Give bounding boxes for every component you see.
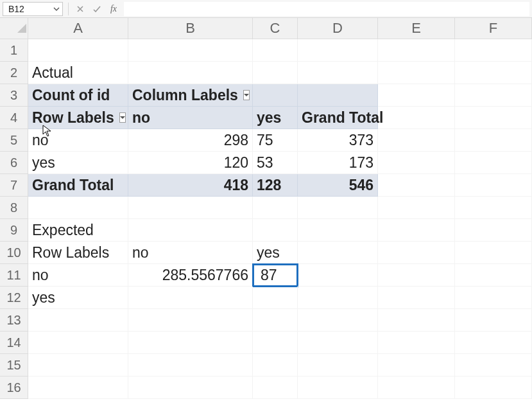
cell-F3[interactable] bbox=[455, 84, 532, 107]
row-header-16[interactable]: 16 bbox=[0, 377, 28, 399]
cell-E14[interactable] bbox=[378, 332, 455, 354]
cell-D10[interactable] bbox=[298, 242, 378, 264]
cell-C7[interactable]: 128 bbox=[253, 174, 298, 197]
cell-B11[interactable]: 285.5567766 bbox=[128, 264, 253, 287]
cell-F1[interactable] bbox=[455, 39, 532, 62]
cell-C15[interactable] bbox=[253, 354, 298, 377]
cell-A2[interactable]: Actual bbox=[28, 62, 128, 84]
cell-F10[interactable] bbox=[455, 242, 532, 264]
cell-D5[interactable]: 373 bbox=[298, 129, 378, 152]
fx-icon[interactable]: fx bbox=[107, 4, 120, 14]
cell-A1[interactable] bbox=[28, 39, 128, 62]
row-header-6[interactable]: 6 bbox=[0, 152, 28, 174]
cell-D2[interactable] bbox=[298, 62, 378, 84]
cell-E4[interactable] bbox=[378, 107, 455, 129]
row-header-12[interactable]: 12 bbox=[0, 287, 28, 309]
cell-B15[interactable] bbox=[128, 354, 253, 377]
cell-F6[interactable] bbox=[455, 152, 532, 174]
cell-A3[interactable]: Count of id bbox=[28, 84, 128, 107]
cell-A9[interactable]: Expected bbox=[28, 219, 128, 242]
cell-D11[interactable] bbox=[298, 264, 378, 287]
cell-C10[interactable]: yes bbox=[253, 242, 298, 264]
cell-A16[interactable] bbox=[28, 377, 128, 399]
cell-A6[interactable]: yes bbox=[28, 152, 128, 174]
cell-B10[interactable]: no bbox=[128, 242, 253, 264]
cell-D16[interactable] bbox=[298, 377, 378, 399]
cell-E9[interactable] bbox=[378, 219, 455, 242]
cell-C6[interactable]: 53 bbox=[253, 152, 298, 174]
cell-C9[interactable] bbox=[253, 219, 298, 242]
cell-C4[interactable]: yes bbox=[253, 107, 298, 129]
row-header-4[interactable]: 4 bbox=[0, 107, 28, 129]
cell-F9[interactable] bbox=[455, 219, 532, 242]
cell-F12[interactable] bbox=[455, 287, 532, 309]
cell-B3[interactable]: Column Labels bbox=[128, 84, 253, 107]
cell-E12[interactable] bbox=[378, 287, 455, 309]
cancel-icon[interactable] bbox=[74, 5, 87, 13]
cell-A4[interactable]: Row Labels bbox=[28, 107, 128, 129]
cell-C13[interactable] bbox=[253, 309, 298, 332]
cell-C11[interactable]: 87 bbox=[253, 264, 298, 287]
row-header-8[interactable]: 8 bbox=[0, 197, 28, 219]
cell-D1[interactable] bbox=[298, 39, 378, 62]
cell-B2[interactable] bbox=[128, 62, 253, 84]
row-header-9[interactable]: 9 bbox=[0, 219, 28, 242]
cell-A15[interactable] bbox=[28, 354, 128, 377]
row-header-13[interactable]: 13 bbox=[0, 309, 28, 332]
col-header-D[interactable]: D bbox=[298, 18, 378, 39]
cell-B7[interactable]: 418 bbox=[128, 174, 253, 197]
cell-B1[interactable] bbox=[128, 39, 253, 62]
row-header-11[interactable]: 11 bbox=[0, 264, 28, 287]
cell-A11[interactable]: no bbox=[28, 264, 128, 287]
cell-E15[interactable] bbox=[378, 354, 455, 377]
cell-D3[interactable] bbox=[298, 84, 378, 107]
cell-D9[interactable] bbox=[298, 219, 378, 242]
cell-C14[interactable] bbox=[253, 332, 298, 354]
row-header-10[interactable]: 10 bbox=[0, 242, 28, 264]
cell-A12[interactable]: yes bbox=[28, 287, 128, 309]
col-header-C[interactable]: C bbox=[253, 18, 298, 39]
col-header-B[interactable]: B bbox=[128, 18, 253, 39]
row-header-1[interactable]: 1 bbox=[0, 39, 28, 62]
row-header-15[interactable]: 15 bbox=[0, 354, 28, 377]
cell-B4[interactable]: no bbox=[128, 107, 253, 129]
cell-B8[interactable] bbox=[128, 197, 253, 219]
cell-D8[interactable] bbox=[298, 197, 378, 219]
cell-B14[interactable] bbox=[128, 332, 253, 354]
cell-C8[interactable] bbox=[253, 197, 298, 219]
cell-B6[interactable]: 120 bbox=[128, 152, 253, 174]
cell-E7[interactable] bbox=[378, 174, 455, 197]
cell-C5[interactable]: 75 bbox=[253, 129, 298, 152]
cell-E8[interactable] bbox=[378, 197, 455, 219]
cell-C2[interactable] bbox=[253, 62, 298, 84]
row-labels-filter-button[interactable] bbox=[119, 112, 126, 123]
cell-E10[interactable] bbox=[378, 242, 455, 264]
cell-C3[interactable] bbox=[253, 84, 298, 107]
chevron-down-icon[interactable] bbox=[53, 6, 60, 12]
cell-C12[interactable] bbox=[253, 287, 298, 309]
cell-E1[interactable] bbox=[378, 39, 455, 62]
cell-F16[interactable] bbox=[455, 377, 532, 399]
cell-D15[interactable] bbox=[298, 354, 378, 377]
cell-D12[interactable] bbox=[298, 287, 378, 309]
cell-D4[interactable]: Grand Total bbox=[298, 107, 378, 129]
col-header-F[interactable]: F bbox=[455, 18, 532, 39]
row-header-2[interactable]: 2 bbox=[0, 62, 28, 84]
select-all-corner[interactable] bbox=[0, 18, 28, 39]
cell-E6[interactable] bbox=[378, 152, 455, 174]
cell-F11[interactable] bbox=[455, 264, 532, 287]
column-labels-filter-button[interactable] bbox=[243, 90, 250, 100]
cell-E2[interactable] bbox=[378, 62, 455, 84]
cell-F15[interactable] bbox=[455, 354, 532, 377]
cell-D7[interactable]: 546 bbox=[298, 174, 378, 197]
cell-F2[interactable] bbox=[455, 62, 532, 84]
cell-E13[interactable] bbox=[378, 309, 455, 332]
row-header-14[interactable]: 14 bbox=[0, 332, 28, 354]
cell-B5[interactable]: 298 bbox=[128, 129, 253, 152]
enter-icon[interactable] bbox=[90, 5, 103, 13]
cell-F7[interactable] bbox=[455, 174, 532, 197]
cell-D13[interactable] bbox=[298, 309, 378, 332]
cell-A5[interactable]: no bbox=[28, 129, 128, 152]
cell-F14[interactable] bbox=[455, 332, 532, 354]
cell-B9[interactable] bbox=[128, 219, 253, 242]
